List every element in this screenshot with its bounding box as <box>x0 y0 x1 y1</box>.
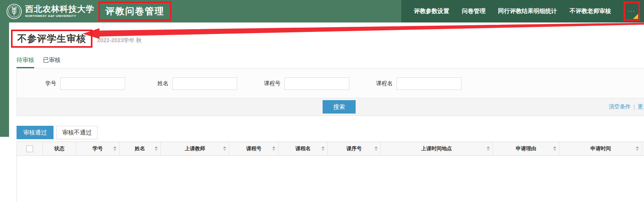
select-all-cell <box>17 142 43 155</box>
left-green-strip <box>0 22 9 137</box>
search-field-label-3: 课程号 <box>252 80 284 87</box>
column-label: 上课时间地点 <box>421 145 452 152</box>
bulk-actions-row: 审核通过 审核不通过 <box>17 126 644 139</box>
column-header-6[interactable]: 课程名 <box>279 142 328 155</box>
university-name-en: NORTHWEST A&F UNIVERSITY <box>25 15 94 18</box>
search-field-input-2[interactable] <box>172 77 237 90</box>
search-fields-row: 学号姓名课程号课程名 <box>17 69 644 98</box>
sort-arrows-icon[interactable] <box>272 146 275 151</box>
sort-arrows-icon[interactable] <box>636 146 639 151</box>
search-field-input-4[interactable] <box>397 77 461 90</box>
nav-item-4[interactable]: 不评教老师审核 <box>570 7 611 15</box>
tab-2[interactable]: 已审核 <box>43 56 61 68</box>
nav-more-button[interactable]: ... <box>624 2 640 21</box>
column-label: 申请理由 <box>516 145 536 152</box>
nav-item-1[interactable]: 评教参数设置 <box>414 7 449 15</box>
sort-arrows-icon[interactable] <box>113 146 116 151</box>
column-header-9[interactable]: 申请理由 <box>493 142 560 155</box>
sort-arrows-icon[interactable] <box>321 146 325 151</box>
search-field-label-1: 学号 <box>28 80 60 87</box>
column-header-7[interactable]: 课序号 <box>328 142 381 155</box>
nav-item-3[interactable]: 同行评教结果明细统计 <box>498 7 557 15</box>
search-field-input-3[interactable] <box>284 77 349 90</box>
search-panel-footer: 搜索 清空条件 | 更多 <box>17 98 644 116</box>
university-name-cn: 西北农林科技大学 <box>25 5 94 13</box>
search-field-label-2: 姓名 <box>140 80 172 87</box>
tab-bar: 待审核已审核 <box>17 56 644 68</box>
search-field-2: 姓名 <box>140 77 252 90</box>
column-header-5[interactable]: 课程号 <box>229 142 279 155</box>
column-label: 课程名 <box>295 145 311 152</box>
column-label: 姓名 <box>135 145 145 152</box>
sort-arrows-icon[interactable] <box>223 146 226 151</box>
search-field-3: 课程号 <box>252 77 364 90</box>
column-header-11[interactable] <box>642 142 644 155</box>
column-header-8[interactable]: 上课时间地点 <box>381 142 493 155</box>
title-row: 不参评学生审核 2022-2023学年 秋 <box>11 30 644 48</box>
term-label: 2022-2023学年 秋 <box>97 37 142 44</box>
results-table: 状态学号姓名上课教师课程号课程名课序号上课时间地点申请理由申请时间 <box>17 142 644 202</box>
nav-item-2[interactable]: 问卷管理 <box>462 7 485 15</box>
brand: 西北农林科技大学 NORTHWEST A&F UNIVERSITY 评教问卷管理 <box>0 2 172 21</box>
column-label: 申请时间 <box>590 145 611 152</box>
search-field-label-4: 课程名 <box>364 80 397 87</box>
search-field-1: 学号 <box>28 77 140 90</box>
column-header-1: 状态 <box>43 142 76 155</box>
column-header-10[interactable]: 申请时间 <box>559 142 642 155</box>
table-body-empty <box>17 156 644 202</box>
column-label: 课序号 <box>346 145 362 152</box>
column-header-3[interactable]: 姓名 <box>120 142 161 155</box>
top-nav: 评教参数设置问卷管理同行评教结果明细统计不评教老师审核 ... <box>401 0 644 22</box>
column-header-4[interactable]: 上课教师 <box>161 142 230 155</box>
search-button[interactable]: 搜索 <box>323 100 356 114</box>
reject-button[interactable]: 审核不通过 <box>56 126 98 139</box>
sort-arrows-icon[interactable] <box>487 146 490 151</box>
sort-arrows-icon[interactable] <box>375 146 378 151</box>
approve-button[interactable]: 审核通过 <box>17 126 54 139</box>
column-label: 课程号 <box>246 145 262 152</box>
tab-1[interactable]: 待审核 <box>17 56 34 68</box>
more-conditions-link[interactable]: 更多 <box>638 103 644 110</box>
search-panel: 学号姓名课程号课程名 搜索 清空条件 | 更多 <box>17 68 644 116</box>
sort-arrows-icon[interactable] <box>553 146 556 151</box>
clear-conditions-link[interactable]: 清空条件 <box>609 103 631 110</box>
search-field-input-1[interactable] <box>60 77 125 90</box>
top-header: 西北农林科技大学 NORTHWEST A&F UNIVERSITY 评教问卷管理… <box>0 0 644 22</box>
table-header-row: 状态学号姓名上课教师课程号课程名课序号上课时间地点申请理由申请时间 <box>17 142 644 156</box>
university-name: 西北农林科技大学 NORTHWEST A&F UNIVERSITY <box>25 5 94 18</box>
sort-arrows-icon[interactable] <box>155 146 158 151</box>
column-header-2[interactable]: 学号 <box>76 142 120 155</box>
column-label: 上课教师 <box>185 145 205 152</box>
app-title: 评教问卷管理 <box>98 2 172 21</box>
corner-triangle-icon <box>633 14 638 19</box>
search-footer-links: 清空条件 | 更多 <box>609 98 644 116</box>
annotation-box-page-title: 不参评学生审核 <box>11 30 92 48</box>
page-title: 不参评学生审核 <box>17 32 86 45</box>
main-content: 不参评学生审核 2022-2023学年 秋 待审核已审核 学号姓名课程号课程名 … <box>9 30 644 202</box>
column-label: 学号 <box>92 145 103 152</box>
search-field-4: 课程名 <box>364 77 476 90</box>
select-all-checkbox[interactable] <box>26 145 33 152</box>
column-label: 状态 <box>54 145 65 152</box>
university-logo-icon <box>6 4 22 19</box>
link-separator: | <box>633 104 635 110</box>
